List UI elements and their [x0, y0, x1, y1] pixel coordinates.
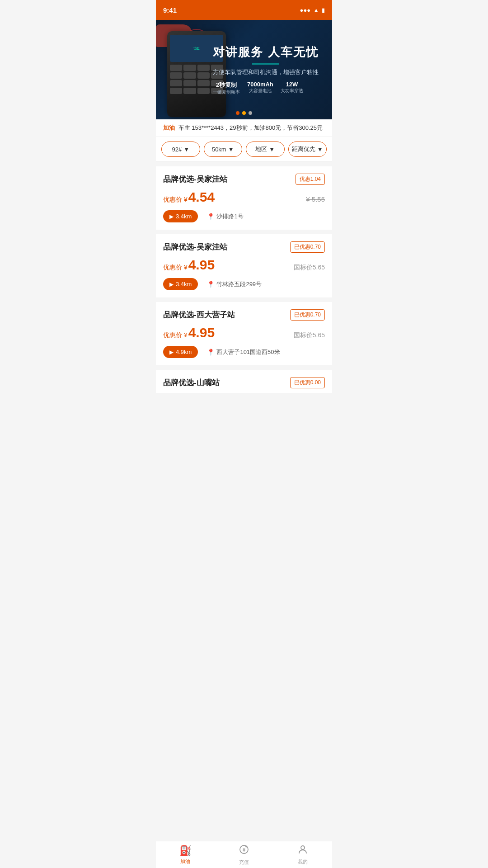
notification-bar: 加油 车主 153****2443，29秒前，加油800元，节省300.25元 — [156, 119, 332, 137]
sort-label: 距离优先 — [292, 145, 315, 153]
spec2-val: 7000mAh — [247, 81, 273, 88]
banner-title: 对讲服务 人车无忧 — [213, 44, 319, 60]
card-2-badge: 已优惠0.70 — [290, 241, 325, 253]
device-screen-text: tbE — [193, 46, 200, 51]
card-2-name: 品牌优选-吴家洼站 — [163, 242, 227, 252]
spec1-label: 一键复制频率 — [213, 89, 240, 95]
filter-region[interactable]: 地区 ▼ — [246, 142, 285, 157]
card-2-price-row: 优惠价 ¥4.95 国标价5.65 — [163, 257, 325, 273]
banner-spec-1: 2秒复制 一键复制频率 — [213, 81, 240, 95]
card-1-price-left: 优惠价 ¥4.54 — [163, 189, 215, 205]
card-3-name: 品牌优选-西大营子站 — [163, 310, 235, 320]
banner-spec-2: 7000mAh 大容量电池 — [247, 81, 273, 95]
card-2-distance: 3.4km — [176, 281, 192, 288]
card-3-price-left: 优惠价 ¥4.95 — [163, 325, 215, 340]
card-2-original-price: 国标价5.65 — [294, 264, 325, 272]
signal-icon: ●●● — [300, 7, 311, 14]
station-card-4-partial[interactable]: 品牌优选-山嘴站 已优惠0.00 — [156, 370, 332, 393]
filter-sort[interactable]: 距离优先 ▼ — [288, 142, 327, 157]
distance-range-label: 50km — [212, 146, 226, 153]
banner-subtitle: 方便车队管理和司机沟通，增强客户粘性 — [213, 68, 319, 76]
banner-divider — [252, 64, 279, 65]
card-1-discount-price: 4.54 — [188, 189, 215, 204]
card-1-price-row: 优惠价 ¥4.54 ¥ 5.55 — [163, 189, 325, 205]
pin-icon-2: 📍 — [207, 281, 215, 288]
card-1-original-price: ¥ 5.55 — [306, 195, 325, 203]
status-time: 9:41 — [163, 6, 177, 14]
card-1-distance-btn[interactable]: ▶ 3.4km — [163, 210, 198, 222]
nav-item-fuel[interactable]: ⛽ 加油 — [156, 841, 215, 868]
card-3-address-text: 西大营子101国道西50米 — [216, 348, 280, 356]
profile-nav-icon — [297, 844, 308, 857]
sort-chevron: ▼ — [317, 146, 323, 153]
card-2-distance-btn[interactable]: ▶ 3.4km — [163, 278, 198, 290]
card-3-badge: 已优惠0.70 — [290, 309, 325, 321]
pin-icon-1: 📍 — [207, 213, 215, 220]
status-icons: ●●● ▲ ▮ — [300, 7, 325, 14]
card-2-address: 📍 竹林路五段299号 — [207, 280, 262, 288]
notif-text: 车主 153****2443，29秒前，加油800元，节省300.25元 — [178, 124, 323, 131]
card-3-address: 📍 西大营子101国道西50米 — [207, 348, 280, 356]
region-chevron: ▼ — [269, 146, 275, 153]
card-3-header: 品牌优选-西大营子站 已优惠0.70 — [163, 309, 325, 321]
card-3-discount-price: 4.95 — [188, 325, 215, 340]
dot-3[interactable] — [249, 111, 252, 115]
filter-bar: 92# ▼ 50km ▼ 地区 ▼ 距离优先 ▼ — [156, 137, 332, 162]
card-1-address-text: 沙排路1号 — [216, 212, 243, 221]
notif-tag: 加油 — [163, 124, 175, 131]
dot-2[interactable] — [242, 111, 246, 115]
profile-nav-label: 我的 — [298, 859, 308, 865]
station-card-2[interactable]: 品牌优选-吴家洼站 已优惠0.70 优惠价 ¥4.95 国标价5.65 ▶ 3.… — [156, 234, 332, 297]
card-2-footer: ▶ 3.4km 📍 竹林路五段299号 — [163, 278, 325, 290]
card-3-footer: ▶ 4.9km 📍 西大营子101国道西50米 — [163, 346, 325, 358]
card-3-distance: 4.9km — [176, 349, 192, 355]
card-1-discount-label: 优惠价 ¥ — [163, 196, 188, 203]
station-card-3[interactable]: 品牌优选-西大营子站 已优惠0.70 优惠价 ¥4.95 国标价5.65 ▶ 4… — [156, 302, 332, 365]
svg-point-3 — [301, 846, 305, 849]
banner-dots — [236, 111, 252, 115]
card-3-distance-btn[interactable]: ▶ 4.9km — [163, 346, 198, 358]
partial-card-name: 品牌优选-山嘴站 — [163, 377, 220, 388]
fuel-type-chevron: ▼ — [183, 146, 189, 153]
fuel-nav-label: 加油 — [180, 858, 190, 865]
region-label: 地区 — [255, 145, 267, 153]
card-2-header: 品牌优选-吴家洼站 已优惠0.70 — [163, 241, 325, 253]
nav-arrow-icon-2: ▶ — [169, 281, 174, 288]
card-1-footer: ▶ 3.4km 📍 沙排路1号 — [163, 210, 325, 222]
nav-item-recharge[interactable]: ¥ + 充值 — [215, 841, 273, 868]
dot-1[interactable] — [236, 111, 239, 115]
card-1-badge: 优惠1.04 — [296, 174, 325, 185]
card-1-address: 📍 沙排路1号 — [207, 212, 243, 221]
battery-icon: ▮ — [322, 7, 325, 14]
filter-fuel-type[interactable]: 92# ▼ — [161, 142, 200, 157]
spec3-val: 12W — [281, 81, 303, 88]
card-1-name: 品牌优选-吴家洼站 — [163, 174, 227, 184]
nav-item-profile[interactable]: 我的 — [273, 841, 332, 868]
recharge-nav-icon: ¥ + — [239, 844, 249, 858]
card-2-discount-price: 4.95 — [188, 257, 215, 272]
spec2-label: 大容量电池 — [247, 88, 273, 94]
partial-header: 品牌优选-山嘴站 已优惠0.00 — [163, 377, 325, 388]
distance-chevron: ▼ — [228, 146, 234, 153]
pin-icon-3: 📍 — [207, 349, 215, 356]
banner-spec-3: 12W 大功率穿透 — [281, 81, 303, 95]
spec1-val: 2秒复制 — [213, 81, 240, 89]
stations-list: 品牌优选-吴家洼站 优惠1.04 优惠价 ¥4.54 ¥ 5.55 ▶ 3.4k… — [156, 162, 332, 429]
status-bar: 9:41 ●●● ▲ ▮ — [156, 0, 332, 20]
fuel-nav-icon: ⛽ — [179, 845, 192, 857]
spec3-label: 大功率穿透 — [281, 88, 303, 94]
nav-arrow-icon-3: ▶ — [169, 349, 174, 355]
recharge-nav-label: 充值 — [239, 859, 249, 866]
card-2-price-left: 优惠价 ¥4.95 — [163, 257, 215, 273]
svg-text:+: + — [245, 844, 248, 849]
card-3-price-row: 优惠价 ¥4.95 国标价5.65 — [163, 325, 325, 340]
fuel-type-label: 92# — [172, 146, 182, 153]
card-1-distance: 3.4km — [176, 213, 192, 220]
filter-distance-range[interactable]: 50km ▼ — [204, 142, 243, 157]
bottom-nav: ⛽ 加油 ¥ + 充值 我的 — [156, 841, 332, 868]
banner: tbE 对讲服务 人车无忧 方便车队管理和司机沟通，增强客户粘性 2秒复制 一键… — [156, 20, 332, 119]
banner-specs: 2秒复制 一键复制频率 7000mAh 大容量电池 12W 大功率穿透 — [213, 81, 319, 95]
station-card-1[interactable]: 品牌优选-吴家洼站 优惠1.04 优惠价 ¥4.54 ¥ 5.55 ▶ 3.4k… — [156, 166, 332, 230]
card-2-address-text: 竹林路五段299号 — [216, 280, 262, 288]
card-1-header: 品牌优选-吴家洼站 优惠1.04 — [163, 174, 325, 185]
